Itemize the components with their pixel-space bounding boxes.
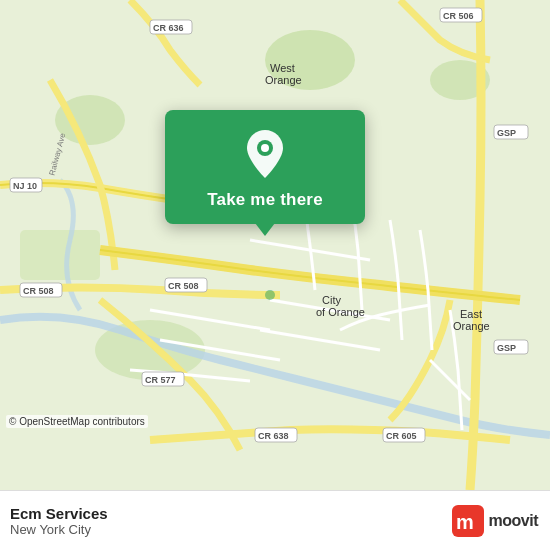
svg-text:GSP: GSP — [497, 343, 516, 353]
location-pin-icon — [239, 128, 291, 180]
svg-text:Orange: Orange — [453, 320, 490, 332]
svg-text:East: East — [460, 308, 482, 320]
svg-point-35 — [265, 290, 275, 300]
map-container: CR 506 CR 506 CR 636 NJ 10 Railway Ave W… — [0, 0, 550, 490]
svg-text:CR 506: CR 506 — [443, 11, 474, 21]
svg-text:CR 508: CR 508 — [23, 286, 54, 296]
svg-text:NJ 10: NJ 10 — [13, 181, 37, 191]
location-info: Ecm Services New York City — [10, 505, 108, 537]
svg-text:Orange: Orange — [265, 74, 302, 86]
svg-text:CR 636: CR 636 — [153, 23, 184, 33]
popup-card[interactable]: Take me there — [165, 110, 365, 224]
svg-point-37 — [261, 144, 269, 152]
svg-text:m: m — [456, 511, 474, 533]
svg-text:GSP: GSP — [497, 128, 516, 138]
svg-text:West: West — [270, 62, 295, 74]
svg-text:CR 605: CR 605 — [386, 431, 417, 441]
moovit-logo[interactable]: m moovit — [452, 505, 538, 537]
osm-attribution: © OpenStreetMap contributors — [6, 415, 148, 428]
location-city: New York City — [10, 522, 108, 537]
take-me-there-button[interactable]: Take me there — [207, 190, 323, 210]
svg-text:of Orange: of Orange — [316, 306, 365, 318]
location-name: Ecm Services — [10, 505, 108, 522]
svg-text:City: City — [322, 294, 341, 306]
svg-text:CR 508: CR 508 — [168, 281, 199, 291]
svg-text:CR 638: CR 638 — [258, 431, 289, 441]
svg-rect-4 — [20, 230, 100, 280]
moovit-brand-icon: m — [452, 505, 484, 537]
moovit-text: moovit — [489, 512, 538, 530]
bottom-bar: Ecm Services New York City m moovit — [0, 490, 550, 550]
svg-text:CR 577: CR 577 — [145, 375, 176, 385]
